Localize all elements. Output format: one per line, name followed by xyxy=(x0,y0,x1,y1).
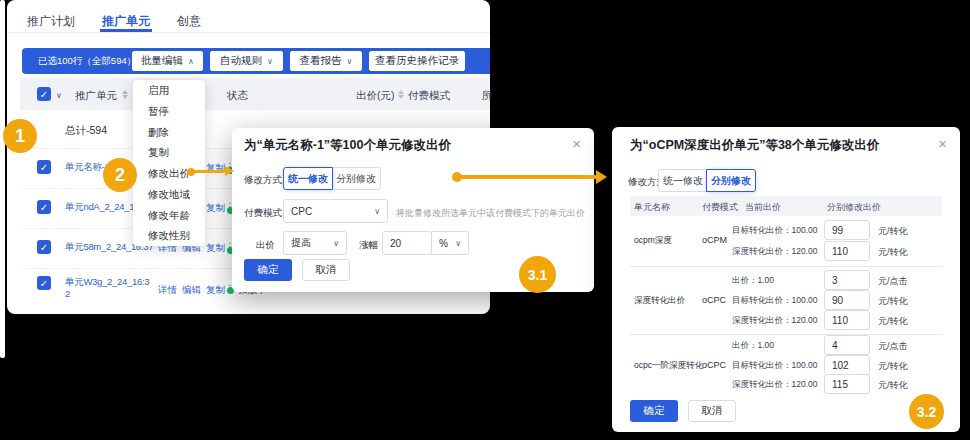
select-all-checkbox[interactable]: ✓ xyxy=(37,87,51,101)
bid-table-header-bg xyxy=(630,196,942,216)
select-all-caret-icon[interactable]: ∨ xyxy=(56,91,62,100)
row-divider xyxy=(630,334,942,335)
bid-direction-select[interactable]: 提高 ∨ xyxy=(283,231,347,255)
annotation-step-2: 2 xyxy=(103,158,137,192)
copy-link[interactable]: 复制 xyxy=(206,284,225,297)
cancel-button[interactable]: 取消 xyxy=(688,400,736,422)
detail-link[interactable]: 详情 xyxy=(158,284,177,297)
menu-item-delete[interactable]: 删除 xyxy=(133,122,205,143)
bulk-edit-menu: 启用 暂停 删除 复制 修改出价 修改地域 修改年龄 修改性别 xyxy=(133,80,205,246)
new-bid-input[interactable] xyxy=(824,335,870,355)
history-button[interactable]: 查看历史操作记录 xyxy=(369,51,465,71)
row-checkbox[interactable]: ✓ xyxy=(37,240,51,254)
new-bid-input[interactable] xyxy=(824,310,870,330)
ad-unit-link[interactable]: 单元W3g_2_24_16:3 2 xyxy=(65,276,149,300)
tab-campaign[interactable]: 推广计划 xyxy=(27,13,75,30)
bid-unit: 元/点击 xyxy=(878,340,908,353)
close-icon[interactable]: × xyxy=(938,137,947,151)
tab-creative[interactable]: 创意 xyxy=(177,13,201,30)
tabbar-divider xyxy=(7,32,490,33)
annotation-step-1: 1 xyxy=(3,119,37,153)
bid-unit: 元/转化 xyxy=(878,295,908,308)
modal-title: 为“oCPM深度出价单元”等38个单元修改出价 xyxy=(630,137,879,154)
pay-mode-select[interactable]: CPC ∨ xyxy=(283,199,388,223)
new-bid-input[interactable] xyxy=(824,270,870,290)
current-bid-label: 目标转化出价：100.00 xyxy=(732,360,818,372)
bulk-edit-label: 批量编辑 xyxy=(141,54,183,68)
check-icon: ✓ xyxy=(40,242,48,253)
view-report-label: 查看报告 xyxy=(300,54,342,68)
bulk-edit-button[interactable]: 批量编辑 ∧ xyxy=(132,51,203,71)
range-unit-select[interactable]: % ∨ xyxy=(431,231,469,255)
sort-icon[interactable] xyxy=(398,90,404,99)
check-icon: ✓ xyxy=(40,202,48,213)
caret-down-icon: ∨ xyxy=(267,57,273,66)
auto-rules-button[interactable]: 自动规则 ∨ xyxy=(210,51,283,71)
bid-direction-value: 提高 xyxy=(291,236,311,250)
row-actions[interactable]: 详情 编辑 复制 xyxy=(158,284,225,297)
bid-unit: 元/转化 xyxy=(878,246,908,259)
menu-item-copy[interactable]: 复制 xyxy=(133,142,205,163)
new-bid-input[interactable] xyxy=(824,355,870,375)
range-input[interactable] xyxy=(382,231,432,255)
pay-mode-label: 付费模式 xyxy=(244,207,282,220)
method-individual-option[interactable]: 分别修改 xyxy=(706,169,756,192)
pay-mode: oCPM xyxy=(702,235,727,245)
pay-mode: oCPC xyxy=(702,360,726,370)
view-report-button[interactable]: 查看报告 ∨ xyxy=(290,51,362,71)
sort-icon[interactable] xyxy=(122,90,128,99)
current-bid-label: 目标转化出价：100.00 xyxy=(732,225,818,237)
method-individual-option[interactable]: 分别修改 xyxy=(331,167,381,190)
selection-count: 已选100行（全部594） xyxy=(38,55,136,68)
caret-down-icon: ∨ xyxy=(347,57,353,66)
annotation-arrowhead-icon xyxy=(596,170,607,184)
row-checkbox[interactable]: ✓ xyxy=(37,160,51,174)
col-header-bid: 出价(元) xyxy=(356,89,395,103)
row-checkbox[interactable]: ✓ xyxy=(37,276,51,290)
menu-item-modify-region[interactable]: 修改地域 xyxy=(133,184,205,205)
caret-down-icon: ∨ xyxy=(374,207,380,216)
menu-item-modify-age[interactable]: 修改年龄 xyxy=(133,205,205,226)
ad-unit-link[interactable]: 单元ndA_2_24_16: xyxy=(65,201,142,213)
check-icon: ✓ xyxy=(40,278,48,289)
confirm-button[interactable]: 确定 xyxy=(244,259,292,281)
confirm-button[interactable]: 确定 xyxy=(630,400,678,422)
method-unified-option[interactable]: 统一修改 xyxy=(658,169,708,192)
pay-mode: oCPC xyxy=(702,295,726,305)
check-icon: ✓ xyxy=(40,89,48,100)
col-header-ad-unit: 推广单元 xyxy=(75,89,117,103)
row-checkbox[interactable]: ✓ xyxy=(37,200,51,214)
bid-label: 出价 xyxy=(256,239,275,252)
cancel-button[interactable]: 取消 xyxy=(302,259,350,281)
pay-mode-hint: 将批量修改所选单元中该付费模式下的单元出价 xyxy=(396,207,585,220)
current-bid-label: 深度转化出价：120.00 xyxy=(732,379,818,391)
method-unified-label: 统一修改 xyxy=(663,174,703,188)
copy-link[interactable]: 复制 xyxy=(206,162,225,175)
new-bid-input[interactable] xyxy=(824,290,870,310)
summary-row: 总计-594 xyxy=(65,124,107,138)
close-icon[interactable]: × xyxy=(572,137,581,151)
range-unit-value: % xyxy=(439,238,448,249)
new-bid-input[interactable] xyxy=(824,220,870,240)
unit-name: ocpc一阶深度转化 xyxy=(634,360,703,372)
menu-item-modify-gender[interactable]: 修改性别 xyxy=(133,225,205,246)
caret-up-icon: ∧ xyxy=(188,57,194,66)
caret-down-icon: ∨ xyxy=(333,239,339,248)
unit-name: ocpm深度 xyxy=(634,235,672,247)
pay-mode-value: CPC xyxy=(291,206,312,217)
range-label: 涨幅 xyxy=(359,239,378,252)
method-unified-option[interactable]: 统一修改 xyxy=(283,167,333,190)
new-bid-input[interactable] xyxy=(824,241,870,261)
bid-unit: 元/转化 xyxy=(878,315,908,328)
method-individual-label: 分别修改 xyxy=(336,172,376,186)
menu-item-pause[interactable]: 暂停 xyxy=(133,101,205,122)
tab-ad-unit[interactable]: 推广单元 xyxy=(102,13,150,30)
menu-item-enable[interactable]: 启用 xyxy=(133,80,205,101)
copy-link[interactable]: 复制 xyxy=(206,202,225,215)
copy-link[interactable]: 复制 xyxy=(206,242,225,255)
col-header-truncated: 所 xyxy=(482,89,493,103)
new-bid-input[interactable] xyxy=(824,374,870,394)
edit-link[interactable]: 编辑 xyxy=(182,284,201,297)
current-bid-label: 出价：1.00 xyxy=(732,275,774,287)
caret-down-icon: ∨ xyxy=(455,239,461,248)
